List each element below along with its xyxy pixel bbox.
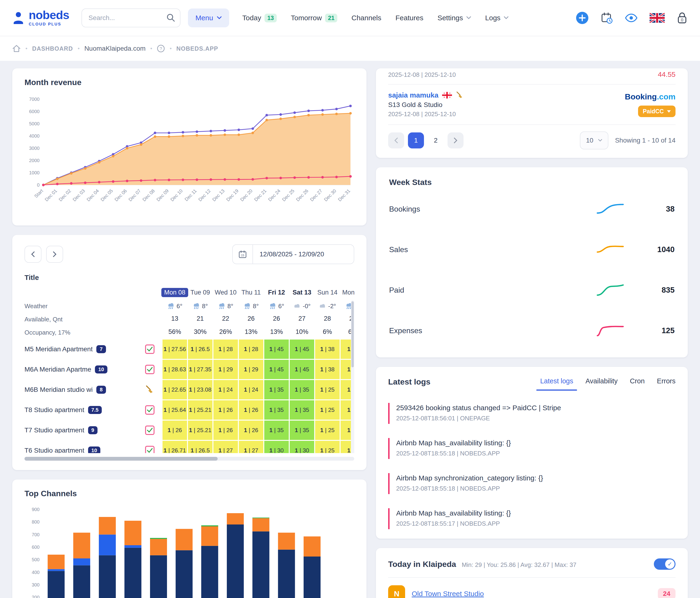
logs-tab-cron[interactable]: Cron	[630, 377, 645, 391]
lock-button[interactable]: 0	[676, 11, 688, 24]
calendar-cell[interactable]: 1 | 45	[289, 359, 315, 380]
logs-tab-errors[interactable]: Errors	[657, 377, 675, 391]
calendar-cell[interactable]: 1 | 25	[315, 420, 340, 440]
calendar-cell[interactable]: 1 | 35	[264, 400, 289, 420]
calendar-cell[interactable]: 1 | 26	[162, 420, 188, 440]
clean-check-icon[interactable]	[145, 344, 154, 354]
calendar-cell[interactable]: 1 | 27	[239, 440, 264, 453]
calendar-clock-button[interactable]	[601, 12, 613, 24]
calendar-cell[interactable]: 1 | 26.5	[188, 339, 213, 359]
nav-item-logs[interactable]: Logs	[485, 14, 508, 22]
day-column-header[interactable]: Sat 13	[289, 285, 315, 300]
calendar-cell[interactable]: 1 | 45	[289, 339, 315, 359]
calendar-cell[interactable]: 1 | 26	[213, 420, 239, 440]
search-icon[interactable]	[166, 13, 175, 22]
calendar-cell[interactable]: 1 | 25.21	[188, 400, 213, 420]
calendar-cell[interactable]: 1 | 27.56	[162, 339, 188, 359]
calendar-cell[interactable]: 1 | 26	[213, 400, 239, 420]
booking-row[interactable]: sajaia mamuka	[388, 84, 675, 125]
calendar-cell[interactable]: 1 | 30	[289, 440, 315, 453]
calendar-cell[interactable]: 1 | 25	[315, 380, 340, 400]
day-column-header[interactable]: Thu 11	[239, 285, 264, 300]
calendar-cell[interactable]: 1 | 26.71	[162, 440, 188, 453]
booking-com-logo[interactable]: Booking.com	[625, 92, 675, 101]
day-column-header[interactable]: Tue 09	[188, 285, 213, 300]
calendar-cell[interactable]: 1 | 35	[264, 380, 289, 400]
weather-toggle[interactable]: ✓	[654, 558, 675, 570]
calendar-cell[interactable]: 1 | 25.64	[162, 400, 188, 420]
page-button-2[interactable]: 2	[428, 133, 444, 148]
menu-button[interactable]: Menu	[188, 8, 229, 27]
pagination-prev-button[interactable]	[388, 133, 404, 148]
page-button-1[interactable]: 1	[408, 133, 424, 148]
broom-icon[interactable]	[145, 385, 154, 394]
nav-item-features[interactable]: Features	[396, 14, 423, 22]
breadcrumb-app[interactable]: NOBEDS.APP	[176, 45, 218, 52]
add-button[interactable]	[576, 11, 589, 24]
calendar-cell[interactable]: 1 | 28	[239, 339, 264, 359]
calendar-cell[interactable]: 1 | 45	[264, 339, 289, 359]
nav-item-channels[interactable]: Channels	[351, 14, 381, 22]
day-column-header[interactable]: Fri 12	[264, 285, 289, 300]
calendar-cell[interactable]: 1 | 30	[264, 440, 289, 453]
room-name[interactable]: M5 Meridian Apartment	[25, 345, 93, 353]
calendar-cell[interactable]: 1 | 29	[213, 359, 239, 380]
calendar-cell[interactable]: 1 | 29	[239, 359, 264, 380]
calendar-cell[interactable]: 1 | 28	[213, 339, 239, 359]
calendar-cell[interactable]: 1 | 27.35	[188, 359, 213, 380]
day-column-header[interactable]: Sun 14	[315, 285, 340, 300]
breadcrumb-site[interactable]: NuomaKlaipeda.com	[84, 45, 146, 52]
home-icon[interactable]	[12, 45, 21, 52]
date-range-picker[interactable]: 15 12/08/2025 - 12/09/20	[232, 244, 354, 264]
per-page-select[interactable]: 10	[580, 131, 608, 149]
room-name[interactable]: M6A Meridian Apartme	[25, 366, 91, 373]
clean-check-icon[interactable]	[145, 365, 154, 374]
calendar-cell[interactable]: 1 | 24	[239, 380, 264, 400]
vertical-scrollbar-thumb[interactable]	[351, 301, 354, 367]
listing-link[interactable]: Old Town Street Studio	[412, 590, 484, 598]
breadcrumb-dashboard[interactable]: DASHBOARD	[32, 45, 73, 52]
calendar-cell[interactable]: 1 | 22.65	[162, 380, 188, 400]
room-name[interactable]: T8 Studio apartment	[25, 406, 84, 414]
calendar-cell[interactable]: 1 | 35	[289, 420, 315, 440]
calendar-cell[interactable]: 1 | 25	[315, 400, 340, 420]
logo[interactable]: nobeds CLOUD PLUS	[12, 9, 69, 27]
calendar-cell[interactable]: 1 | 23.08	[188, 380, 213, 400]
calendar-cell[interactable]: 1 | 35	[289, 400, 315, 420]
calendar-cell[interactable]: 1 | 25.21	[188, 420, 213, 440]
clean-check-icon[interactable]	[145, 446, 154, 453]
day-column-header[interactable]: Mon 08	[162, 285, 188, 300]
clean-check-icon[interactable]	[145, 405, 154, 415]
clean-check-icon[interactable]	[145, 426, 154, 435]
calendar-cell[interactable]: 1 | 24	[213, 380, 239, 400]
nav-item-tomorrow[interactable]: Tomorrow21	[291, 14, 338, 22]
calendar-prev-button[interactable]	[25, 246, 42, 263]
preview-eye-button[interactable]	[625, 13, 638, 23]
calendar-cell[interactable]: 1 | 35	[264, 420, 289, 440]
nav-item-settings[interactable]: Settings	[438, 14, 471, 22]
search-input[interactable]	[81, 8, 180, 27]
horizontal-scrollbar-thumb[interactable]	[25, 457, 218, 461]
vertical-scrollbar[interactable]	[351, 301, 354, 453]
day-column-header[interactable]: Wed 10	[213, 285, 239, 300]
calendar-cell[interactable]: 1 | 38	[315, 359, 340, 380]
pagination-next-button[interactable]	[448, 133, 464, 148]
calendar-cell[interactable]: 1 | 26	[239, 420, 264, 440]
nav-item-today[interactable]: Today13	[242, 14, 277, 22]
calendar-cell[interactable]: 1 | 38	[315, 339, 340, 359]
logs-tab-availability[interactable]: Availability	[585, 377, 618, 391]
calendar-cell[interactable]: 1 | 26	[239, 400, 264, 420]
room-name[interactable]: M6B Meridian studio wi	[25, 386, 93, 393]
calendar-cell[interactable]: 1 | 27	[213, 440, 239, 453]
calendar-cell[interactable]: 1 | 26.5	[188, 440, 213, 453]
language-flag-button[interactable]	[650, 13, 665, 23]
horizontal-scrollbar[interactable]	[25, 457, 354, 461]
calendar-cell[interactable]: 1 | 28.63	[162, 359, 188, 380]
calendar-cell[interactable]: 1 | 35	[289, 380, 315, 400]
room-name[interactable]: T6 Studio apartment	[25, 447, 84, 453]
help-icon[interactable]: ?	[157, 45, 165, 52]
day-column-header[interactable]: Mon 15	[340, 285, 354, 300]
calendar-next-button[interactable]	[46, 246, 63, 263]
logs-tab-latest-logs[interactable]: Latest logs	[540, 377, 573, 391]
payment-status-dropdown[interactable]: PaidCC	[638, 105, 675, 117]
